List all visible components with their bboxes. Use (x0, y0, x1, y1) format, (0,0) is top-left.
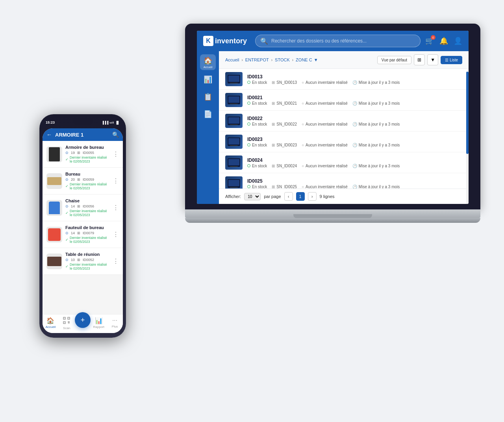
list-item[interactable]: Table de réunion ⊙ 10 ⊞ ID0052 ✓ Dernier… (43, 248, 123, 275)
chevron-down-icon: ▼ (314, 57, 318, 62)
search-input[interactable] (271, 38, 415, 44)
phone-nav-plus[interactable]: ··· Plus (107, 317, 123, 330)
home-nav-icon: 🏠 (46, 317, 54, 324)
breadcrumb-zone[interactable]: ZONE C ▼ (296, 57, 318, 62)
phone-item-name: Fauteuil de bureau (65, 225, 109, 230)
phone-notch (73, 119, 93, 125)
phone-back-button[interactable]: ← (46, 131, 52, 138)
vue-par-defaut-button[interactable]: Vue par défaut (377, 56, 411, 64)
logo-k-icon: K (203, 36, 213, 46)
quantity-icon: ⊙ (65, 151, 69, 155)
phone-item-name: Bureau (65, 172, 109, 176)
cart-icon-wrapper[interactable]: 🛒 0 (425, 37, 434, 45)
clock-icon: 🕐 (352, 143, 357, 147)
item-sn: ⊞ SN_ID0013 (272, 80, 297, 85)
user-icon-wrapper[interactable]: 👤 (454, 37, 462, 45)
table-row[interactable]: ID0023 En stock ⊞ SN_ID0023 (219, 131, 469, 152)
list-item[interactable]: Armoire de bureau ⊙ 19 ⊞ ID0055 ✓ Dernie… (43, 141, 123, 168)
table-row[interactable]: ID0025 En stock ⊞ SN_ID0025 (219, 173, 469, 189)
phone-item-name: Chaise (65, 198, 109, 203)
battery-icon: ▐▌ (115, 121, 120, 124)
table-row[interactable]: ID0024 En stock ⊞ SN_ID0024 (219, 152, 469, 173)
sidebar-item-home[interactable]: 🏠 Accueil (200, 54, 216, 70)
phone-status-icons: ▐▐▐ wifi ▐▌ (102, 121, 120, 124)
status-dot-icon (247, 164, 250, 167)
phone-item-meta: ⊙ 20 ⊞ ID0059 (65, 178, 109, 181)
item-thumbnail (225, 135, 243, 149)
item-meta: En stock ⊞ SN_ID0023 ○ Aucun inventaire … (247, 143, 462, 147)
laptop-thumbnail-icon (228, 158, 240, 167)
grid-view-button[interactable]: ⊞ (414, 54, 425, 65)
item-thumbnail (225, 176, 243, 189)
table-row[interactable]: ID0021 En stock ⊞ SN_ID0021 (219, 90, 469, 111)
breadcrumb: Accueil › ENTREPOT › STOCK › ZONE C ▼ (225, 57, 318, 62)
item-meta: En stock ⊞ SN_ID0013 ○ Aucun inventaire … (247, 80, 462, 85)
check-icon: ✓ (65, 238, 69, 242)
phone-item-date: ✓ Dernier inventaire réalisé le 02/05/20… (65, 236, 109, 244)
center-action-button[interactable]: + (75, 312, 91, 328)
item-thumbnail (46, 146, 62, 162)
item-info: ID0013 En stock ⊞ SN_ID0013 (247, 74, 462, 85)
item-id: ID0022 (247, 116, 462, 121)
search-bar[interactable]: 🔍 (255, 35, 421, 47)
scrollbar-thumb[interactable] (466, 72, 469, 154)
item-info: ID0022 En stock ⊞ SN_ID0022 (247, 116, 462, 126)
phone-item-info: Bureau ⊙ 20 ⊞ ID0059 ✓ Dernier inventair… (65, 172, 109, 190)
scan-nav-label: Scan (63, 326, 70, 330)
laptop-screen: K inventory 🔍 🛒 0 🔔 👤 (197, 31, 469, 204)
phone-screen: ← ARMOIRE 1 🔍 Armoire de bureau ⊙ 19 (43, 128, 123, 333)
list-item[interactable]: Bureau ⊙ 20 ⊞ ID0059 ✓ Dernier inventair… (43, 168, 123, 194)
breadcrumb-accueil[interactable]: Accueil (225, 57, 239, 62)
phone-nav-center[interactable]: + (75, 317, 91, 330)
phone-bottom-nav: 🏠 Accueil (43, 314, 123, 333)
more-options-button[interactable]: ⋮ (113, 257, 119, 265)
phone-search-button[interactable]: 🔍 (112, 131, 119, 138)
inventory-icon: ○ (302, 101, 304, 106)
breadcrumb-bar: Accueil › ENTREPOT › STOCK › ZONE C ▼ (219, 51, 469, 69)
table-icon (47, 257, 61, 266)
list-item[interactable]: Chaise ⊙ 14 ⊞ ID0056 ✓ Dernier inventair… (43, 194, 123, 221)
sidebar-item-stats[interactable]: 📊 (200, 72, 216, 87)
sidebar-item-tasks[interactable]: 📋 (200, 89, 216, 105)
prev-page-button[interactable]: ‹ (284, 192, 293, 201)
phone-nav-scan[interactable]: Scan (59, 317, 75, 330)
clock-icon: 🕐 (352, 80, 357, 85)
item-updated: 🕐 Mise à jour il y a 3 mois (352, 143, 400, 147)
app-body: 🏠 Accueil 📊 📋 📄 (197, 51, 469, 204)
table-row[interactable]: ID0022 En stock ⊞ SN_ID0022 (219, 111, 469, 131)
laptop-bezel: K inventory 🔍 🛒 0 🔔 👤 (185, 24, 480, 209)
breadcrumb-entrepot[interactable]: ENTREPOT (245, 57, 269, 62)
svg-rect-3 (64, 318, 65, 318)
clock-icon: 🕐 (352, 122, 357, 126)
per-page-select[interactable]: 10 25 50 (244, 193, 261, 200)
item-inventory: ○ Aucun inventaire réalisé (302, 122, 348, 126)
sidebar-item-docs[interactable]: 📄 (200, 106, 216, 122)
wifi-icon: wifi (109, 121, 114, 124)
phone-nav-rapport[interactable]: 📊 Rapport (91, 317, 107, 330)
filter-button[interactable]: ▼ (427, 54, 438, 65)
phone-header: ← ARMOIRE 1 🔍 (43, 128, 123, 141)
table-row[interactable]: ID0013 En stock ⊞ SN_ID0013 (219, 69, 469, 90)
more-options-button[interactable]: ⋮ (113, 204, 119, 211)
scrollbar-track[interactable] (466, 72, 469, 204)
next-page-button[interactable]: › (308, 192, 317, 201)
page-1-button[interactable]: 1 (296, 192, 305, 201)
tasks-icon: 📋 (204, 93, 212, 101)
phone-nav-home[interactable]: 🏠 Accueil (43, 317, 59, 330)
item-id: ID0023 (247, 137, 462, 142)
more-options-button[interactable]: ⋮ (113, 177, 119, 185)
more-options-button[interactable]: ⋮ (113, 150, 119, 158)
breadcrumb-stock[interactable]: STOCK (275, 57, 290, 62)
search-icon: 🔍 (260, 37, 268, 45)
list-item[interactable]: Fauteuil de bureau ⊙ 14 ⊞ ID0079 ✓ Derni… (43, 221, 123, 248)
sn-icon: ⊞ (272, 164, 275, 168)
item-status: En stock (247, 101, 267, 106)
list-view-button[interactable]: ☰ Liste (441, 56, 462, 64)
scan-nav-icon (63, 317, 70, 326)
bell-icon-wrapper[interactable]: 🔔 (439, 37, 448, 45)
item-thumbnail (225, 72, 243, 86)
laptop-bottom (185, 218, 480, 223)
item-updated: 🕐 Mise à jour il y a 3 mois (352, 101, 400, 106)
app-logo: K inventory (203, 36, 250, 46)
more-options-button[interactable]: ⋮ (113, 231, 119, 238)
